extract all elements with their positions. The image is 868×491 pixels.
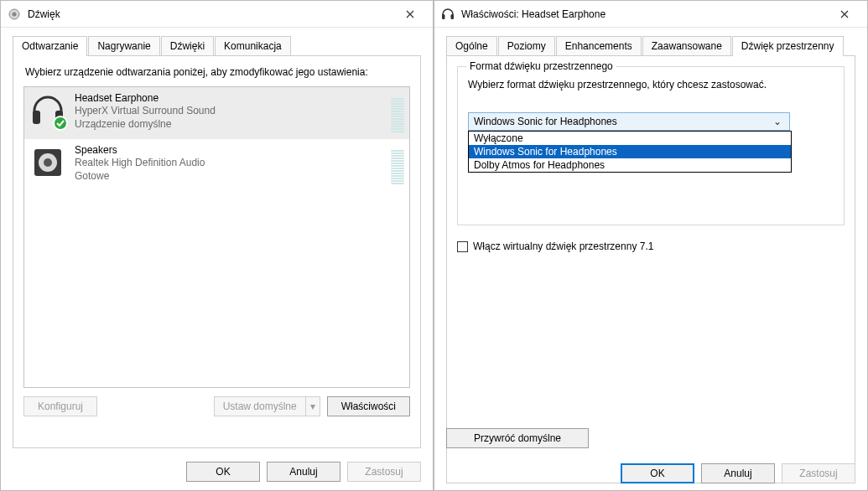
headset-icon xyxy=(441,8,455,21)
combo-selected: Windows Sonic for Headphones xyxy=(474,116,617,127)
tab-sounds[interactable]: Dźwięki xyxy=(161,36,214,56)
properties-window: Właściwości: Headset Earphone Ogólne Poz… xyxy=(434,0,868,491)
set-default-splitbutton[interactable]: Ustaw domyślne ▾ xyxy=(214,396,320,416)
set-default-button[interactable]: Ustaw domyślne xyxy=(214,396,305,416)
tabpage-playback: Wybierz urządzenie odtwarzania poniżej, … xyxy=(13,55,421,448)
cancel-button[interactable]: Anuluj xyxy=(701,463,775,483)
sound-icon xyxy=(8,8,21,21)
level-meter xyxy=(391,144,404,186)
tab-comm[interactable]: Komunikacja xyxy=(215,36,291,56)
window-title: Dźwięk xyxy=(28,8,391,20)
headset-icon xyxy=(29,92,66,129)
instruction-text: Wybierz urządzenie odtwarzania poniżej, … xyxy=(25,66,410,78)
group-desc: Wybierz format dźwięku przestrzennego, k… xyxy=(468,79,834,90)
close-button[interactable] xyxy=(391,1,429,28)
apply-button[interactable]: Zastosuj xyxy=(782,463,855,483)
device-list[interactable]: Headset Earphone HyperX Virtual Surround… xyxy=(23,86,410,388)
chevron-down-icon[interactable]: ▾ xyxy=(305,396,320,416)
device-text: Headset Earphone HyperX Virtual Surround… xyxy=(75,92,216,131)
combo-option-sonic[interactable]: Windows Sonic for Headphones xyxy=(469,145,791,158)
tabpage-spatial: Format dźwięku przestrzennego Wybierz fo… xyxy=(446,55,855,483)
cancel-button[interactable]: Anuluj xyxy=(267,462,340,482)
device-status: Gotowe xyxy=(75,169,205,183)
ok-button[interactable]: OK xyxy=(621,463,694,483)
device-item-speakers[interactable]: Speakers Realtek High Definition Audio G… xyxy=(24,139,409,191)
device-item-headset[interactable]: Headset Earphone HyperX Virtual Surround… xyxy=(24,87,409,139)
svg-rect-8 xyxy=(451,14,455,19)
spatial-format-combobox[interactable]: Windows Sonic for Headphones ⌄ Wyłączone… xyxy=(468,112,790,131)
device-name: Headset Earphone xyxy=(75,92,216,104)
apply-button[interactable]: Zastosuj xyxy=(347,462,421,482)
tabstrip: Odtwarzanie Nagrywanie Dźwięki Komunikac… xyxy=(13,36,421,56)
group-legend: Format dźwięku przestrzennego xyxy=(466,60,616,72)
svg-point-6 xyxy=(44,158,52,167)
bottom-row: Konfiguruj Ustaw domyślne ▾ Właściwości xyxy=(23,396,410,416)
client-area: Ogólne Poziomy Enhancements Zaawansowane… xyxy=(434,28,867,490)
window-title: Właściwości: Headset Earphone xyxy=(461,8,825,20)
combo-option-off[interactable]: Wyłączone xyxy=(469,132,791,145)
svg-point-1 xyxy=(13,12,17,16)
checkbox-label: Włącz wirtualny dźwięk przestrzenny 7.1 xyxy=(473,240,653,252)
combo-dropdown[interactable]: Wyłączone Windows Sonic for Headphones D… xyxy=(468,131,792,173)
chevron-down-icon: ⌄ xyxy=(771,116,784,127)
ok-button[interactable]: OK xyxy=(186,462,260,482)
restore-defaults-button[interactable]: Przywróć domyślne xyxy=(446,428,589,448)
properties-button[interactable]: Właściwości xyxy=(327,396,410,416)
tab-advanced[interactable]: Zaawansowane xyxy=(642,36,731,56)
device-name: Speakers xyxy=(75,144,205,156)
speaker-icon xyxy=(29,144,66,181)
tab-levels[interactable]: Poziomy xyxy=(498,36,555,56)
titlebar[interactable]: Dźwięk xyxy=(1,1,433,28)
default-check-icon xyxy=(53,116,68,131)
device-status: Urządzenie domyślne xyxy=(75,117,216,131)
dialog-footer: OK Anuluj Zastosuj xyxy=(1,455,433,490)
dialog-footer: OK Anuluj Zastosuj xyxy=(621,463,855,483)
configure-button[interactable]: Konfiguruj xyxy=(23,396,97,416)
spatial-format-group: Format dźwięku przestrzennego Wybierz fo… xyxy=(457,66,845,225)
tab-general[interactable]: Ogólne xyxy=(446,36,497,56)
device-text: Speakers Realtek High Definition Audio G… xyxy=(75,144,205,183)
tabstrip: Ogólne Poziomy Enhancements Zaawansowane… xyxy=(446,36,855,56)
tab-spatial[interactable]: Dźwięk przestrzenny xyxy=(732,36,844,56)
device-driver: HyperX Virtual Surround Sound xyxy=(75,104,216,117)
checkbox-icon[interactable] xyxy=(457,241,468,252)
sound-window: Dźwięk Odtwarzanie Nagrywanie Dźwięki Ko… xyxy=(0,0,434,491)
svg-rect-7 xyxy=(442,14,445,19)
titlebar[interactable]: Właściwości: Headset Earphone xyxy=(434,1,867,28)
virtual-71-checkbox-row[interactable]: Włącz wirtualny dźwięk przestrzenny 7.1 xyxy=(457,240,845,252)
client-area: Odtwarzanie Nagrywanie Dźwięki Komunikac… xyxy=(1,28,433,455)
svg-rect-2 xyxy=(33,111,40,124)
tab-recording[interactable]: Nagrywanie xyxy=(88,36,159,56)
level-meter xyxy=(391,92,404,134)
tab-playback[interactable]: Odtwarzanie xyxy=(13,36,87,56)
device-driver: Realtek High Definition Audio xyxy=(75,156,205,169)
tab-enhancements[interactable]: Enhancements xyxy=(556,36,642,56)
combo-option-dolby[interactable]: Dolby Atmos for Headphones xyxy=(469,158,791,172)
close-button[interactable] xyxy=(825,1,864,28)
